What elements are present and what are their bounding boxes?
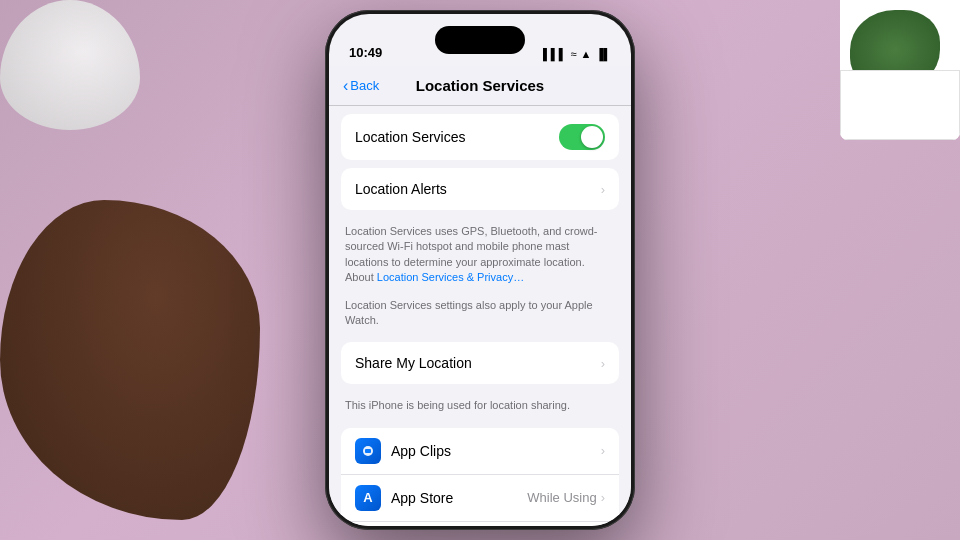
share-location-group: Share My Location › xyxy=(341,342,619,384)
plant-decoration xyxy=(840,0,960,140)
phone: 10:49 ▌▌▌ ≈ ▲ ▐▌ ‹ Back Location Service… xyxy=(325,10,635,530)
status-time: 10:49 xyxy=(349,45,382,60)
app-clips-row[interactable]: App Clips › xyxy=(341,428,619,475)
location-alerts-group: Location Alerts › xyxy=(341,168,619,210)
toggle-knob xyxy=(581,126,603,148)
desc-link[interactable]: Location Services & Privacy… xyxy=(377,271,524,283)
dynamic-island xyxy=(435,26,525,54)
svg-rect-1 xyxy=(365,449,371,453)
apple-watch-faces-row[interactable]: Apple Watch Faces While Using › xyxy=(341,522,619,526)
back-label: Back xyxy=(350,78,379,93)
app-store-row[interactable]: A App Store While Using › xyxy=(341,475,619,522)
status-icons: ▌▌▌ ≈ ▲ ▐▌ xyxy=(543,48,611,60)
share-location-chevron-icon: › xyxy=(601,356,605,371)
app-clips-label: App Clips xyxy=(391,443,601,459)
phone-body: 10:49 ▌▌▌ ≈ ▲ ▐▌ ‹ Back Location Service… xyxy=(325,10,635,530)
location-description: Location Services uses GPS, Bluetooth, a… xyxy=(329,218,631,292)
app-store-icon: A xyxy=(355,485,381,511)
app-clips-chevron-icon: › xyxy=(601,443,605,458)
wifi-icon: ≈ xyxy=(570,48,576,60)
app-store-chevron-icon: › xyxy=(601,490,605,505)
signal-icon: ▌▌▌ xyxy=(543,48,566,60)
plant-pot xyxy=(840,70,960,140)
location-services-row[interactable]: Location Services xyxy=(341,114,619,160)
location-services-toggle[interactable] xyxy=(559,124,605,150)
back-button[interactable]: ‹ Back xyxy=(343,77,379,95)
location-services-label: Location Services xyxy=(355,129,559,145)
phone-screen: 10:49 ▌▌▌ ≈ ▲ ▐▌ ‹ Back Location Service… xyxy=(329,14,631,526)
location-watch-desc: Location Services settings also apply to… xyxy=(329,292,631,335)
nav-bar: ‹ Back Location Services xyxy=(329,66,631,106)
apps-group: App Clips › A App Store While Using › xyxy=(341,428,619,526)
location-icon: ▲ xyxy=(581,48,592,60)
nav-title: Location Services xyxy=(416,77,544,94)
app-clips-icon xyxy=(355,438,381,464)
location-services-group: Location Services xyxy=(341,114,619,160)
app-store-value: While Using xyxy=(527,490,596,505)
share-my-location-row[interactable]: Share My Location › xyxy=(341,342,619,384)
app-store-label: App Store xyxy=(391,490,527,506)
location-alerts-chevron-icon: › xyxy=(601,182,605,197)
share-desc: This iPhone is being used for location s… xyxy=(329,392,631,419)
location-alerts-row[interactable]: Location Alerts › xyxy=(341,168,619,210)
back-chevron-icon: ‹ xyxy=(343,77,348,95)
share-my-location-label: Share My Location xyxy=(355,355,601,371)
location-alerts-label: Location Alerts xyxy=(355,181,601,197)
battery-icon: ▐▌ xyxy=(595,48,611,60)
scroll-content[interactable]: Location Services Location Alerts › xyxy=(329,106,631,526)
